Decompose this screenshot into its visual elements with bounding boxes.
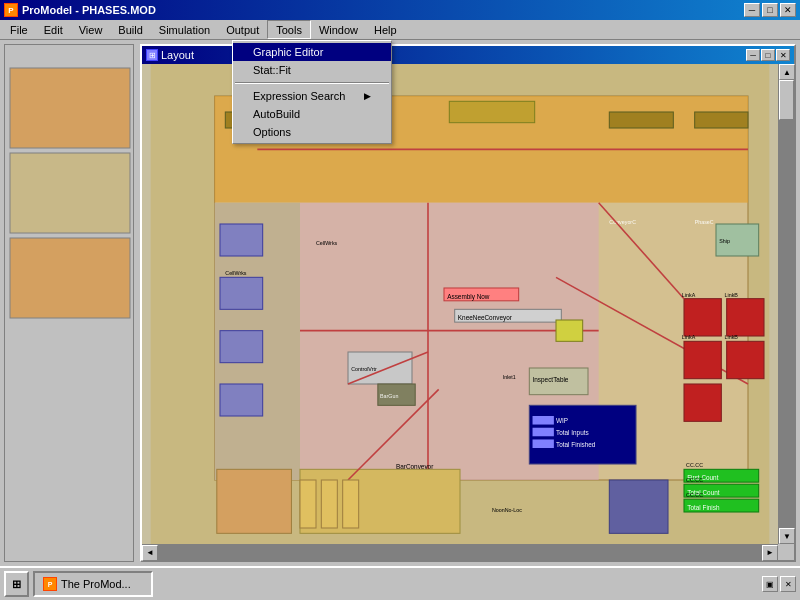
app-icon: P [4, 3, 18, 17]
svg-rect-28 [533, 428, 554, 437]
menu-bar: File Edit View Build Simulation Output T… [0, 20, 800, 40]
menu-edit[interactable]: Edit [36, 20, 71, 39]
svg-text:LinkA: LinkA [682, 334, 696, 340]
svg-text:CC.CC: CC.CC [686, 492, 703, 498]
menu-output[interactable]: Output [218, 20, 267, 39]
taskbar-btn2[interactable]: ✕ [780, 576, 796, 592]
layout-minimize[interactable]: ─ [746, 49, 760, 61]
thumbnail-panel [5, 45, 135, 561]
title-buttons: ─ □ ✕ [744, 3, 796, 17]
maximize-button[interactable]: □ [762, 3, 778, 17]
scroll-track-h[interactable] [158, 545, 762, 560]
layout-title-buttons: ─ □ ✕ [746, 49, 790, 61]
svg-text:LinkB: LinkB [725, 292, 739, 298]
menu-view[interactable]: View [71, 20, 111, 39]
svg-rect-43 [556, 320, 583, 341]
svg-rect-66 [609, 480, 668, 533]
layout-icon: ⊞ [146, 49, 158, 61]
svg-text:Assembly Now: Assembly Now [447, 293, 490, 301]
menu-window[interactable]: Window [311, 20, 366, 39]
taskbar-item-label: The ProMod... [61, 578, 131, 590]
svg-text:CellWrks: CellWrks [225, 270, 247, 276]
svg-rect-0 [10, 68, 130, 148]
svg-rect-32 [684, 299, 721, 336]
svg-rect-33 [727, 299, 764, 336]
main-content: ⊞ Layout ─ □ ✕ [0, 40, 800, 566]
options-label: Options [253, 126, 291, 138]
minimize-button[interactable]: ─ [744, 3, 760, 17]
scroll-track-v[interactable] [779, 80, 794, 528]
svg-rect-20 [220, 384, 263, 416]
svg-rect-16 [695, 112, 748, 128]
svg-text:WIP: WIP [556, 417, 568, 424]
svg-text:Total Finished: Total Finished [556, 441, 596, 448]
menu-item-autobuild[interactable]: AutoBuild [233, 105, 391, 123]
layout-close[interactable]: ✕ [776, 49, 790, 61]
left-panel [4, 44, 134, 562]
menu-item-options[interactable]: Options [233, 123, 391, 141]
menu-build[interactable]: Build [110, 20, 150, 39]
svg-text:CellWrks: CellWrks [316, 240, 338, 246]
svg-text:Total Finish: Total Finish [687, 504, 720, 511]
svg-rect-51 [217, 469, 292, 533]
svg-text:Inlet1: Inlet1 [503, 374, 516, 380]
close-button[interactable]: ✕ [780, 3, 796, 17]
svg-rect-2 [10, 238, 130, 318]
taskbar-btn1[interactable]: ▣ [762, 576, 778, 592]
horizontal-scrollbar: ◄ ► [142, 544, 778, 560]
svg-text:Total Inputs: Total Inputs [556, 429, 589, 437]
svg-rect-17 [220, 224, 263, 256]
svg-rect-15 [609, 112, 673, 128]
svg-text:InspectTable: InspectTable [533, 376, 569, 384]
vertical-scrollbar: ▲ ▼ [778, 64, 794, 544]
stat-fit-label: Stat::Fit [253, 64, 291, 76]
taskbar-app-icon: P [43, 577, 57, 591]
menu-file[interactable]: File [2, 20, 36, 39]
svg-rect-68 [321, 480, 337, 528]
svg-text:CC.CC: CC.CC [686, 462, 703, 468]
svg-rect-36 [684, 384, 721, 421]
title-bar-left: P ProModel - PHASES.MOD [4, 3, 156, 17]
svg-text:BarGun: BarGun [380, 393, 398, 399]
layout-title: Layout [161, 49, 194, 61]
menu-item-stat-fit[interactable]: Stat::Fit [233, 61, 391, 79]
graphic-editor-label: Graphic Editor [253, 46, 323, 58]
svg-rect-30 [533, 439, 554, 448]
svg-text:ControlVrtr: ControlVrtr [351, 366, 377, 372]
scroll-right-button[interactable]: ► [762, 545, 778, 561]
svg-rect-34 [684, 341, 721, 378]
tools-menu: Graphic Editor Stat::Fit Expression Sear… [232, 40, 392, 144]
svg-text:CC.CC: CC.CC [686, 477, 703, 483]
menu-help[interactable]: Help [366, 20, 405, 39]
window-title: ProModel - PHASES.MOD [22, 4, 156, 16]
svg-rect-26 [533, 416, 554, 425]
scroll-down-button[interactable]: ▼ [779, 528, 795, 544]
svg-rect-69 [343, 480, 359, 528]
svg-text:LinkB: LinkB [725, 334, 739, 340]
taskbar: ⊞ P The ProMod... ▣ ✕ [0, 566, 800, 600]
svg-rect-14 [449, 101, 534, 122]
title-bar: P ProModel - PHASES.MOD ─ □ ✕ [0, 0, 800, 20]
autobuild-label: AutoBuild [253, 108, 300, 120]
svg-rect-18 [220, 277, 263, 309]
layout-title-left: ⊞ Layout [146, 49, 194, 61]
scroll-up-button[interactable]: ▲ [779, 64, 795, 80]
layout-maximize[interactable]: □ [761, 49, 775, 61]
start-button[interactable]: ⊞ [4, 571, 29, 597]
svg-rect-1 [10, 153, 130, 233]
scroll-thumb-v[interactable] [779, 80, 794, 120]
menu-item-expression-search[interactable]: Expression Search ▶ [233, 87, 391, 105]
start-icon: ⊞ [12, 578, 21, 591]
scroll-left-button[interactable]: ◄ [142, 545, 158, 561]
submenu-arrow: ▶ [364, 91, 371, 101]
tools-dropdown: Graphic Editor Stat::Fit Expression Sear… [232, 40, 392, 144]
menu-simulation[interactable]: Simulation [151, 20, 218, 39]
taskbar-promodel[interactable]: P The ProMod... [33, 571, 153, 597]
menu-tools[interactable]: Tools [267, 20, 311, 39]
expression-search-label: Expression Search [253, 90, 345, 102]
svg-text:NoonNo-Loc: NoonNo-Loc [492, 507, 522, 513]
menu-separator [235, 82, 389, 84]
svg-text:LinkA: LinkA [682, 292, 696, 298]
menu-item-graphic-editor[interactable]: Graphic Editor [233, 43, 391, 61]
taskbar-right: ▣ ✕ [762, 576, 796, 592]
